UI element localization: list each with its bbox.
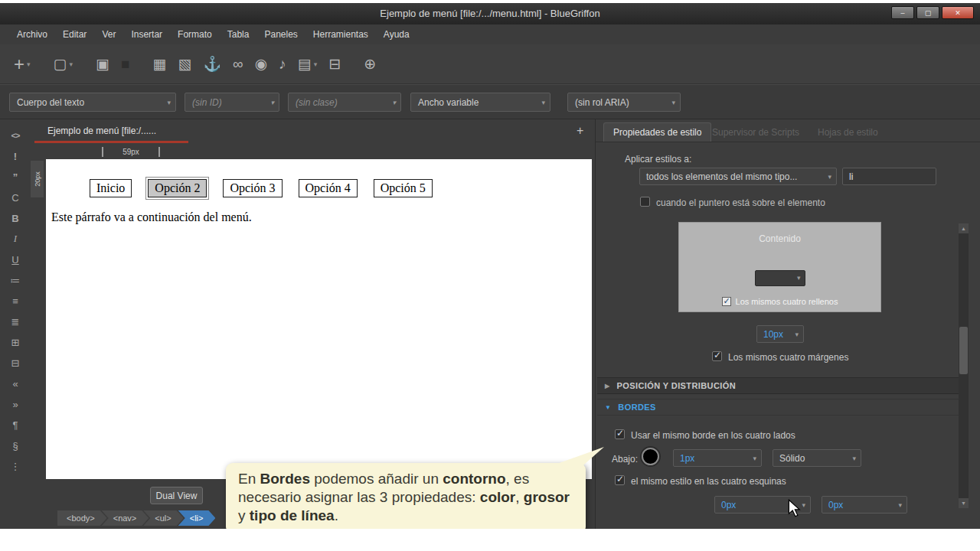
callout-text-bold: contorno (443, 471, 505, 487)
underline-icon[interactable]: U (6, 253, 24, 266)
selector-input[interactable] (842, 168, 936, 185)
breadcrumb-body[interactable]: <body> (57, 510, 107, 526)
quote-icon[interactable]: ” (6, 170, 24, 184)
same-margins-label: Los mismos cuatro márgenes (728, 352, 848, 363)
active-tab-underline (34, 141, 188, 143)
menu-paneles[interactable]: Paneles (256, 26, 305, 43)
numbered-list-icon[interactable]: ≔ (6, 273, 24, 287)
letter-c-icon[interactable]: C (6, 191, 24, 204)
menu-ver[interactable]: Ver (94, 26, 123, 43)
menu-herramientas[interactable]: Herramientas (305, 26, 376, 43)
scroll-down-icon[interactable]: ▼ (959, 498, 969, 508)
menu-archivo[interactable]: Archivo (9, 26, 55, 43)
panel-scrollbar[interactable]: ▲ ▼ (959, 223, 969, 508)
maximize-icon: ▢ (925, 9, 932, 17)
same-border-checkbox[interactable] (615, 429, 625, 439)
corner-radius-select-2[interactable]: 0px (822, 496, 907, 514)
save-icon[interactable]: ■ (121, 56, 129, 73)
print-icon[interactable]: ⊟ (328, 55, 341, 73)
format-toolbar: Cuerpo del texto (sin ID) (sin clase) An… (0, 84, 980, 119)
italic-icon[interactable]: I (6, 232, 24, 246)
close-button[interactable]: ✕ (942, 6, 974, 19)
audio-icon[interactable]: ♪ (279, 56, 286, 73)
border-color-swatch[interactable] (642, 448, 659, 465)
new-page-icon[interactable]: ▢ (54, 55, 73, 73)
same-paddings-checkbox[interactable] (722, 297, 731, 306)
minimize-button[interactable]: – (891, 6, 914, 19)
dual-view-button[interactable]: Dual View (150, 487, 203, 504)
nav-item-opcion3[interactable]: Opción 3 (223, 179, 282, 197)
cell-icon[interactable]: ⊟ (6, 356, 24, 370)
vertical-ruler: 20px (31, 161, 44, 197)
section-bordes[interactable]: ▼ BORDES (597, 399, 964, 416)
source-view-icon[interactable]: <> (6, 129, 24, 142)
section-posicion[interactable]: ▶ POSICIÓN Y DISTRIBUCIÓN (597, 377, 964, 394)
scroll-up-icon[interactable]: ▲ (959, 223, 969, 233)
menu-ayuda[interactable]: Ayuda (376, 26, 417, 43)
document-paragraph[interactable]: Este párrafo va a continuación del menú. (51, 210, 592, 224)
ruler-tick (158, 147, 160, 157)
open-file-icon[interactable]: ▣ (96, 55, 109, 73)
menu-insertar[interactable]: Insertar (123, 26, 170, 43)
nav-item-opcion5[interactable]: Opción 5 (374, 179, 433, 197)
exclamation-icon[interactable]: ! (6, 149, 24, 163)
tab-divider (596, 142, 980, 142)
titlebar: Ejemplo de menú [file:/.../menu.html] - … (0, 3, 980, 24)
id-select[interactable]: (sin ID) (185, 93, 279, 112)
bold-icon[interactable]: B (6, 211, 24, 225)
aria-role-select[interactable]: (sin rol ARIA) (567, 93, 681, 112)
video-icon[interactable]: ◉ (255, 55, 268, 73)
tab-hojas-de-estilo[interactable]: Hojas de estilo (808, 122, 887, 142)
table-icon[interactable]: ▦ (152, 55, 166, 73)
definition-list-icon[interactable]: ≣ (6, 315, 24, 328)
same-margins-checkbox[interactable] (712, 351, 722, 361)
chevron-down-icon: ▼ (605, 404, 611, 411)
form-icon[interactable]: ▤ (298, 55, 317, 73)
document-canvas[interactable]: Inicio Opción 2 Opción 3 Opción 4 Opción… (46, 159, 592, 479)
add-icon[interactable]: + (14, 54, 31, 75)
maximize-button[interactable]: ▢ (916, 6, 939, 19)
nav-item-opcion2[interactable]: Opción 2 (148, 179, 207, 197)
paragraph-icon[interactable]: ¶ (6, 418, 24, 432)
callout-text: , (515, 489, 524, 505)
nav-item-inicio[interactable]: Inicio (90, 179, 132, 197)
globe-icon[interactable]: ⊕ (364, 55, 376, 73)
margin-select[interactable]: 10px (756, 325, 804, 343)
tab-propiedades-de-estilo[interactable]: Propiedades de estilo (603, 122, 711, 142)
paragraph-style-select[interactable]: Cuerpo del texto (9, 93, 176, 112)
border-side-label: Abajo: (612, 454, 638, 465)
more-icon[interactable]: ⋮ (6, 459, 24, 473)
outdent-icon[interactable]: « (6, 377, 24, 390)
border-width-select[interactable]: 1px (673, 449, 762, 467)
border-style-select[interactable]: Sólido (773, 449, 861, 467)
indent-icon[interactable]: » (6, 397, 24, 411)
callout-text: y (238, 507, 250, 523)
nav-menu: Inicio Opción 2 Opción 3 Opción 4 Opción… (90, 179, 592, 197)
breadcrumb-nav[interactable]: <nav> (102, 510, 149, 526)
link-icon[interactable]: ∞ (233, 56, 243, 73)
bullet-list-icon[interactable]: ≡ (6, 294, 24, 308)
breadcrumb-li[interactable]: <li> (178, 510, 216, 526)
image-icon[interactable]: ▧ (178, 55, 191, 73)
callout-text-bold: grosor (524, 489, 570, 505)
hover-checkbox[interactable] (640, 197, 650, 207)
section-icon[interactable]: § (6, 439, 24, 452)
menu-tabla[interactable]: Tabla (220, 26, 257, 43)
tab-supervisor-de-scripts[interactable]: Supervisor de Scripts (703, 122, 808, 142)
anchor-icon[interactable]: ⚓ (203, 55, 221, 73)
nav-item-opcion4[interactable]: Opción 4 (299, 179, 358, 197)
new-tab-button[interactable]: + (577, 124, 583, 138)
table-grid-icon[interactable]: ⊞ (6, 335, 24, 349)
width-mode-select[interactable]: Ancho variable (410, 93, 550, 112)
breadcrumb-ul[interactable]: <ul> (143, 510, 183, 526)
menu-formato[interactable]: Formato (170, 26, 220, 43)
padding-select[interactable] (755, 270, 805, 286)
same-corners-checkbox[interactable] (615, 475, 625, 485)
scrollbar-thumb[interactable] (959, 327, 968, 374)
document-tab[interactable]: Ejemplo de menú [file:/...... (47, 126, 156, 136)
class-select[interactable]: (sin clase) (288, 93, 401, 112)
same-border-label: Usar el mismo borde en los cuatro lados (631, 430, 795, 441)
selector-type-select[interactable]: todos los elementos del mismo tipo... (639, 168, 837, 185)
menu-editar[interactable]: Editar (55, 26, 94, 43)
style-properties-panel: Propiedades de estilo Supervisor de Scri… (595, 119, 980, 529)
